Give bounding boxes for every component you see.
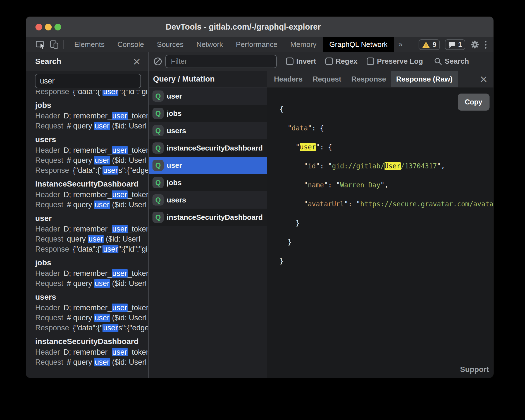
filter-checkboxes: InvertRegexPreserve Log: [277, 57, 423, 66]
json-line: }: [280, 252, 493, 271]
tab-network[interactable]: Network: [190, 37, 229, 52]
search-result-line[interactable]: Requestquery user ($id: UserI: [35, 234, 148, 244]
search-result-entry[interactable]: userHeaderD; remember_user_token=eReques…: [35, 213, 148, 254]
search-result-line[interactable]: HeaderD; remember_user_token=e: [35, 190, 148, 200]
tab-graphql-network[interactable]: GraphQL Network: [323, 37, 394, 52]
search-result-text: _token=e: [128, 304, 148, 312]
clear-block-icon[interactable]: [153, 57, 162, 66]
checkbox-regex[interactable]: Regex: [325, 57, 357, 66]
json-line: }: [280, 214, 493, 233]
search-match-highlight: user: [112, 225, 128, 233]
search-result-line[interactable]: Response{"data":{"user":{"id":"gic: [35, 244, 148, 254]
checkbox-label: Regex: [336, 57, 357, 66]
search-result-line[interactable]: Request# query user ($id: UserI: [35, 278, 148, 288]
search-result-text: _token=e: [128, 269, 148, 278]
search-result-entry[interactable]: Response{"data":{"user":{"id":"gi: [35, 90, 148, 97]
search-result-title: instanceSecurityDashboard: [35, 336, 148, 347]
search-result-line[interactable]: HeaderD; remember_user_token=e: [35, 224, 148, 234]
close-search-panel-button[interactable]: ×: [133, 56, 141, 66]
search-result-text: # query: [67, 279, 94, 288]
search-match-highlight: user: [94, 201, 110, 209]
query-row[interactable]: Qjobs: [149, 174, 267, 191]
tab-sources[interactable]: Sources: [151, 37, 190, 52]
json-line: "avatarUrl": "https://secure.gravatar.co…: [280, 195, 493, 214]
search-result-line-label: Response: [35, 90, 69, 96]
messages-badge[interactable]: 1: [445, 39, 465, 50]
search-result-title: jobs: [35, 257, 148, 268]
search-match-highlight: user: [102, 90, 118, 96]
checkbox-invert[interactable]: Invert: [286, 57, 316, 66]
search-result-line-label: Header: [35, 225, 60, 233]
query-row[interactable]: Quser: [149, 87, 267, 105]
tab-performance[interactable]: Performance: [230, 37, 284, 52]
search-result-entry[interactable]: instanceSecurityDashboardHeaderD; rememb…: [35, 336, 148, 367]
search-result-line[interactable]: Request# query user ($id: UserI: [35, 313, 148, 323]
close-window-button[interactable]: [35, 24, 42, 30]
query-row[interactable]: QinstanceSecurityDashboard: [149, 139, 267, 157]
search-input[interactable]: [35, 74, 141, 88]
search-result-entry[interactable]: jobsHeaderD; remember_user_token=eReques…: [35, 100, 148, 131]
search-result-entry[interactable]: jobsHeaderD; remember_user_token=eReques…: [35, 257, 148, 288]
json-token: ": [280, 181, 308, 189]
more-options-icon[interactable]: [485, 40, 487, 49]
search-result-line[interactable]: HeaderD; remember_user_token=e: [35, 268, 148, 278]
search-result-entry[interactable]: instanceSecurityDashboardHeaderD; rememb…: [35, 178, 148, 210]
more-tabs-button[interactable]: »: [394, 37, 407, 52]
minimize-window-button[interactable]: [45, 24, 52, 30]
tab-elements[interactable]: Elements: [68, 37, 111, 52]
tab-console[interactable]: Console: [111, 37, 150, 52]
search-result-line[interactable]: Request# query user ($id: UserI: [35, 155, 148, 165]
query-row[interactable]: QinstanceSecurityDashboard: [149, 209, 267, 226]
copy-button[interactable]: Copy: [458, 94, 490, 111]
checkbox-label: Invert: [296, 57, 316, 66]
warnings-badge[interactable]: 9: [419, 39, 440, 50]
response-tab-headers[interactable]: Headers: [269, 71, 308, 87]
zoom-window-button[interactable]: [54, 24, 61, 30]
response-tab-request[interactable]: Request: [308, 71, 347, 87]
search-result-title: users: [35, 292, 148, 303]
search-result-text: query: [67, 235, 88, 243]
search-result-line[interactable]: Request# query user ($id: UserI: [35, 357, 148, 367]
search-result-entry[interactable]: usersHeaderD; remember_user_token=eReque…: [35, 292, 148, 333]
search-result-line[interactable]: Request# query user ($id: UserI: [35, 200, 148, 210]
filter-input[interactable]: [165, 55, 277, 68]
search-result-line[interactable]: Response{"data":{"users":{"edges: [35, 165, 148, 175]
checkbox-label: Preserve Log: [377, 57, 423, 66]
search-result-title: jobs: [35, 100, 148, 111]
search-match-highlight: user: [102, 245, 118, 253]
tab-memory[interactable]: Memory: [284, 37, 323, 52]
search-result-line[interactable]: Response{"data":{"user":{"id":"gi: [35, 90, 148, 97]
search-result-line[interactable]: HeaderD; remember_user_token=e: [35, 303, 148, 313]
search-match-highlight: user: [94, 314, 110, 322]
response-tab-response-raw[interactable]: Response (Raw): [391, 71, 457, 87]
device-toolbar-icon[interactable]: [49, 40, 59, 49]
support-link[interactable]: Support: [460, 365, 489, 374]
settings-gear-icon[interactable]: [470, 40, 479, 49]
search-result-line[interactable]: Request# query user ($id: UserI: [35, 121, 148, 131]
search-result-line[interactable]: HeaderD; remember_user_token=e: [35, 111, 148, 121]
response-tabs-row: HeadersRequestResponseResponse (Raw) ×: [267, 71, 493, 87]
query-type-icon: Q: [152, 90, 164, 102]
search-match-highlight: user: [112, 304, 128, 312]
query-row[interactable]: Qusers: [149, 191, 267, 209]
toolbar-row: Search × InvertRegexPreserve Log Search: [26, 52, 493, 71]
query-row[interactable]: Qusers: [149, 122, 267, 139]
query-row[interactable]: Qjobs: [149, 105, 267, 122]
response-tab-response[interactable]: Response: [346, 71, 391, 87]
search-result-text: D; remember_: [64, 348, 112, 356]
search-result-line-label: Response: [35, 166, 69, 175]
search-toggle[interactable]: Search: [434, 57, 469, 66]
search-result-line[interactable]: HeaderD; remember_user_token=e: [35, 347, 148, 357]
json-token: {: [280, 105, 283, 113]
search-result-text: # query: [67, 314, 94, 322]
search-result-line[interactable]: Response{"data":{"users":{"edges: [35, 323, 148, 333]
search-result-entry[interactable]: usersHeaderD; remember_user_token=eReque…: [35, 134, 148, 175]
query-type-icon: Q: [152, 108, 164, 119]
query-row[interactable]: Quser: [149, 157, 267, 174]
close-details-button[interactable]: ×: [474, 71, 493, 87]
search-result-line[interactable]: HeaderD; remember_user_token=e: [35, 145, 148, 155]
search-match-highlight: user: [112, 190, 128, 199]
checkbox-preserve-log[interactable]: Preserve Log: [367, 57, 423, 66]
inspect-element-icon[interactable]: [35, 40, 46, 49]
query-label: instanceSecurityDashboard: [167, 144, 263, 152]
